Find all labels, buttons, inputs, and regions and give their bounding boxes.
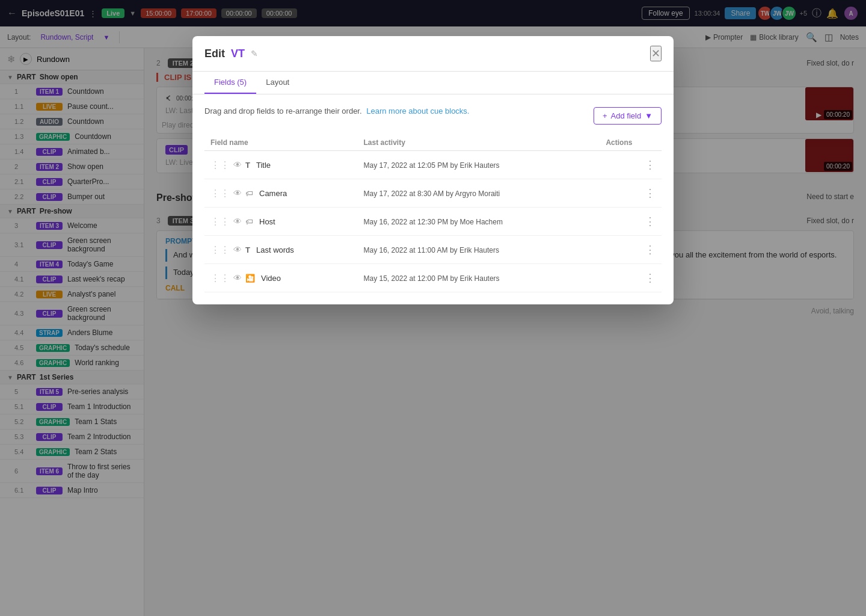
eye-icon[interactable]: 👁 (233, 217, 242, 226)
field-actions-cell[interactable]: ⋮ (600, 151, 662, 179)
drag-handle-icon[interactable]: ⋮⋮ (210, 188, 230, 199)
field-name: Title (256, 161, 271, 170)
field-type-video-icon: 🎦 (245, 274, 255, 283)
table-row: ⋮⋮ 👁 🎦 Video May 15, 2022 at 12:00 PM by… (204, 264, 662, 292)
eye-icon[interactable]: 👁 (233, 273, 242, 283)
modal-body: Drag and drop fields to re-arrange their… (192, 94, 674, 304)
eye-icon[interactable]: 👁 (233, 245, 242, 254)
field-activity-cell: May 15, 2022 at 12:00 PM by Erik Hauters (357, 264, 600, 292)
field-activity-cell: May 17, 2022 at 8:30 AM by Argyro Morait… (357, 179, 600, 208)
field-activity: May 17, 2022 at 12:05 PM by Erik Hauters (363, 161, 499, 170)
modal-overlay[interactable]: Edit VT ✎ ✕ Fields (5) Layout Drag and d… (0, 0, 866, 616)
field-more-icon[interactable]: ⋮ (645, 215, 656, 227)
learn-more-link[interactable]: Learn more about cue blocks. (366, 106, 469, 116)
field-name: Video (261, 274, 281, 283)
fields-table: Field name Last activity Actions ⋮⋮ 👁 T … (204, 135, 662, 292)
field-type-tag-icon: 🏷 (245, 189, 253, 198)
chevron-down-icon: ▼ (645, 111, 653, 120)
col-field-name: Field name (204, 135, 357, 151)
field-more-icon[interactable]: ⋮ (645, 159, 656, 171)
field-name: Host (259, 217, 275, 226)
field-name: Camera (259, 189, 287, 198)
eye-icon[interactable]: 👁 (233, 160, 242, 170)
field-actions-cell[interactable]: ⋮ (600, 208, 662, 236)
field-actions-cell[interactable]: ⋮ (600, 179, 662, 208)
field-actions-cell[interactable]: ⋮ (600, 264, 662, 292)
eye-icon[interactable]: 👁 (233, 188, 242, 198)
field-name-cell: ⋮⋮ 👁 🏷 Host (204, 208, 357, 236)
drag-handle-icon[interactable]: ⋮⋮ (210, 159, 230, 171)
field-more-icon[interactable]: ⋮ (645, 272, 656, 284)
field-name-cell: ⋮⋮ 👁 T Last words (204, 236, 357, 264)
edit-icon[interactable]: ✎ (251, 49, 258, 58)
modal-close-button[interactable]: ✕ (650, 46, 662, 61)
table-row: ⋮⋮ 👁 🏷 Host May 16, 2022 at 12:30 PM by … (204, 208, 662, 236)
table-row: ⋮⋮ 👁 T Last words May 16, 2022 at 11:00 … (204, 236, 662, 264)
tab-fields[interactable]: Fields (5) (204, 72, 256, 94)
col-last-activity: Last activity (357, 135, 600, 151)
field-activity: May 15, 2022 at 12:00 PM by Erik Hauters (363, 274, 499, 283)
field-name-cell: ⋮⋮ 👁 T Title (204, 151, 357, 179)
modal-dialog: Edit VT ✎ ✕ Fields (5) Layout Drag and d… (192, 36, 674, 304)
modal-tabs: Fields (5) Layout (192, 72, 674, 94)
field-type-T-icon: T (245, 245, 250, 254)
field-type-T-icon: T (245, 161, 250, 170)
field-activity-cell: May 16, 2022 at 12:30 PM by Moe Hachem (357, 208, 600, 236)
table-row: ⋮⋮ 👁 T Title May 17, 2022 at 12:05 PM by… (204, 151, 662, 179)
drag-handle-icon[interactable]: ⋮⋮ (210, 216, 230, 227)
field-activity-cell: May 17, 2022 at 12:05 PM by Erik Hauters (357, 151, 600, 179)
field-more-icon[interactable]: ⋮ (645, 244, 656, 256)
modal-title: Edit (204, 48, 225, 60)
fields-table-header: Field name Last activity Actions (204, 135, 662, 151)
field-activity-cell: May 16, 2022 at 11:00 AM by Erik Hauters (357, 236, 600, 264)
field-actions-cell[interactable]: ⋮ (600, 236, 662, 264)
plus-icon: + (603, 111, 607, 120)
field-type-tag-icon: 🏷 (245, 217, 253, 226)
field-more-icon[interactable]: ⋮ (645, 187, 656, 199)
modal-desc-row: Drag and drop fields to re-arrange their… (204, 106, 662, 125)
modal-vt-label: VT (231, 48, 245, 60)
add-field-button[interactable]: + Add field ▼ (594, 107, 662, 125)
tab-layout[interactable]: Layout (256, 72, 299, 94)
field-activity: May 17, 2022 at 8:30 AM by Argyro Morait… (363, 189, 500, 198)
field-name-cell: ⋮⋮ 👁 🏷 Camera (204, 179, 357, 208)
field-name: Last words (256, 245, 294, 254)
drag-handle-icon[interactable]: ⋮⋮ (210, 244, 230, 256)
table-row: ⋮⋮ 👁 🏷 Camera May 17, 2022 at 8:30 AM by… (204, 179, 662, 208)
field-activity: May 16, 2022 at 12:30 PM by Moe Hachem (363, 218, 502, 226)
field-activity: May 16, 2022 at 11:00 AM by Erik Hauters (363, 246, 499, 254)
modal-description: Drag and drop fields to re-arrange their… (204, 106, 470, 116)
drag-handle-icon[interactable]: ⋮⋮ (210, 273, 230, 284)
col-actions: Actions (600, 135, 662, 151)
modal-header: Edit VT ✎ ✕ (192, 36, 674, 72)
field-name-cell: ⋮⋮ 👁 🎦 Video (204, 264, 357, 292)
